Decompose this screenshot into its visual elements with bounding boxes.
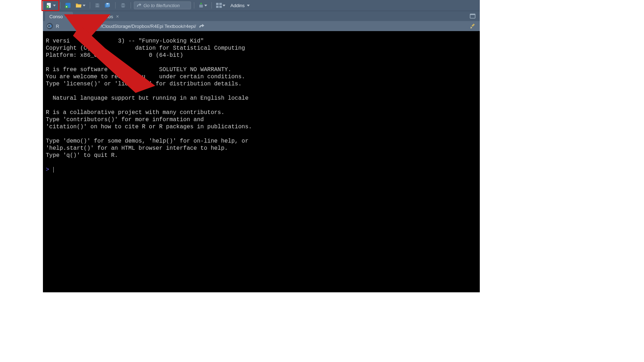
console-path-bar: R /CloudStorage/Dropbox/R4Epi Textbook/r… (43, 21, 480, 31)
main-toolbar: Go to file/function Addins (43, 0, 480, 11)
r-logo-icon (47, 23, 53, 29)
folder-open-icon (75, 3, 82, 8)
tab-console[interactable]: Conso × (45, 12, 73, 21)
tab-background-jobs[interactable]: Background Jobs × (73, 12, 123, 21)
console-line: Type 'license()' or 'licence()' for dist… (46, 81, 241, 87)
rstudio-window: Go to file/function Addins (43, 0, 480, 292)
toolbar-separator (60, 2, 60, 9)
svg-rect-17 (216, 3, 219, 5)
save-button[interactable] (93, 1, 102, 10)
goto-placeholder-text: Go to file/function (143, 3, 180, 8)
svg-rect-9 (96, 4, 98, 5)
toolbar-separator (115, 2, 116, 9)
print-icon (120, 3, 126, 8)
console-line: Type 'contributors()' for more informati… (46, 116, 204, 123)
goto-arrow-icon (136, 3, 141, 8)
console-line: Platform: x86_64-a 0 (64-bit) (46, 52, 183, 59)
chevron-down-icon (247, 5, 250, 6)
console-line: R is free software and co SOLUTELY NO WA… (46, 66, 231, 73)
tab-label: Background Jobs (77, 14, 113, 19)
console-line: R is a collaborative project with many c… (46, 109, 224, 116)
save-icon (94, 3, 100, 8)
clear-console-button[interactable] (470, 23, 476, 29)
tab-label: Conso (49, 14, 63, 19)
svg-rect-19 (216, 6, 219, 8)
console-line: Natural language support but running in … (46, 95, 249, 101)
goto-arrow-icon (199, 24, 205, 28)
maximize-icon (470, 13, 476, 19)
toolbar-separator (131, 2, 131, 9)
broom-icon (470, 23, 476, 29)
console-line: Type 'q()' to quit R. (46, 152, 118, 159)
svg-rect-12 (122, 3, 125, 5)
text-cursor (53, 167, 54, 173)
console-line: R versi 3) -- "Funny-Looking Kid" (46, 38, 204, 44)
r-console[interactable]: R versi 3) -- "Funny-Looking Kid" Copyri… (43, 31, 480, 292)
svg-rect-16 (201, 3, 201, 4)
goto-file-function-input[interactable]: Go to file/function (134, 1, 191, 9)
chevron-down-icon (204, 5, 207, 6)
svg-rect-22 (470, 14, 475, 15)
svg-rect-18 (219, 3, 222, 5)
new-project-button[interactable] (63, 1, 73, 10)
console-prompt: > (46, 167, 49, 173)
tools-icon (199, 3, 204, 8)
close-icon[interactable]: × (66, 14, 69, 19)
toolbar-separator (90, 2, 90, 9)
console-line: 'help.start()' for an HTML browser inter… (46, 145, 228, 152)
chevron-down-icon (83, 5, 86, 6)
save-all-button[interactable] (103, 1, 112, 10)
working-directory-path[interactable]: /CloudStorage/Dropbox/R4Epi Textbook/r4e… (101, 24, 196, 29)
svg-rect-20 (219, 6, 222, 8)
pane-tabs: Conso × Background Jobs × (43, 11, 480, 21)
svg-rect-7 (66, 6, 67, 7)
console-line: Copyright (C) dation for Statistical Com… (46, 45, 245, 51)
addins-menu[interactable]: Addins (228, 3, 252, 8)
chevron-down-icon (223, 5, 225, 6)
console-line: Type 'demo()' for some demos, 'help()' f… (46, 138, 249, 144)
new-file-button[interactable] (44, 1, 57, 10)
panes-button[interactable] (215, 1, 227, 10)
open-directory-button[interactable] (199, 24, 205, 28)
save-all-icon (104, 3, 111, 8)
console-line: 'citation()' on how to cite R or R packa… (46, 124, 252, 130)
console-line: You are welcome to redistribu under cert… (46, 74, 245, 80)
new-project-icon (65, 2, 71, 9)
new-file-icon (46, 2, 52, 9)
svg-rect-3 (47, 7, 48, 7)
close-icon[interactable]: × (116, 14, 119, 19)
svg-rect-10 (107, 3, 108, 4)
tools-button[interactable] (197, 1, 209, 10)
r-version-letter: R (56, 24, 59, 29)
toolbar-separator (194, 2, 194, 9)
svg-rect-14 (199, 5, 203, 8)
panes-icon (216, 3, 222, 8)
maximize-pane-button[interactable] (470, 13, 476, 19)
open-file-button[interactable] (74, 1, 87, 10)
toolbar-separator (211, 2, 212, 9)
chevron-down-icon (53, 5, 56, 6)
svg-rect-13 (122, 6, 125, 8)
addins-label: Addins (230, 3, 245, 8)
print-button[interactable] (118, 1, 128, 10)
svg-rect-8 (96, 6, 99, 7)
